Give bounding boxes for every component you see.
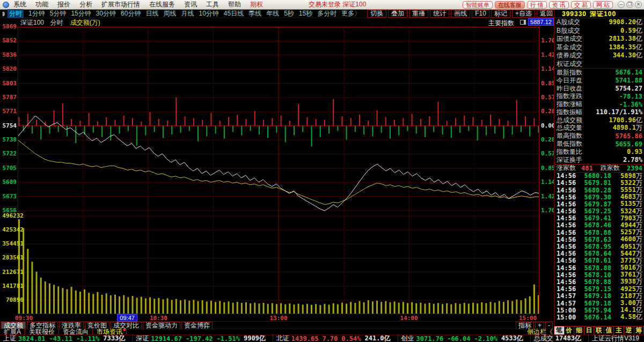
row-value: 2813.38亿	[609, 34, 642, 43]
row-value: 5765.86	[615, 132, 642, 140]
menu-item-在线服务[interactable]: 在线服务	[149, 0, 175, 9]
row-value: 5655.69	[615, 140, 642, 148]
price-axis-label: 5787	[0, 94, 17, 101]
period-tab-年线[interactable]: 年线	[266, 9, 279, 18]
layout-icon[interactable]	[3, 12, 4, 16]
tick-time: 14:56	[557, 236, 578, 243]
period-tab-45日线[interactable]: 45日线	[224, 9, 244, 18]
action-button-切换[interactable]: 切换	[367, 10, 386, 18]
period-tab-30分钟[interactable]: 30分钟	[96, 9, 116, 18]
volume-axis-label: 425342	[0, 227, 24, 233]
detail-tab-筹[interactable]: 筹	[634, 326, 644, 334]
menu-item-分析[interactable]: 分析	[79, 0, 92, 9]
tick-time: 14:56	[557, 243, 578, 250]
period-toolbar: 分时1分钟5分钟15分钟30分钟60分钟日线周线月线10分钟45日线季线年线5秒…	[0, 10, 554, 18]
restore-button[interactable]: ❐	[626, 1, 633, 8]
period-tab-10分钟[interactable]: 10分钟	[199, 9, 218, 18]
action-button-+自选[interactable]: +自选	[512, 10, 535, 18]
index-stat-row: 指数涨幅-1.36%	[554, 100, 644, 108]
menu-item-系统[interactable]: 系统	[13, 0, 26, 9]
detail-tab-日[interactable]: 日	[584, 326, 595, 334]
turnover-section: A股成交9908.20亿B股成交0.59亿国债成交2813.38亿基金成交138…	[554, 18, 644, 68]
indicator-tab-资金驱动力[interactable]: 资金驱动力	[143, 322, 180, 329]
segment-value: 4533亿	[501, 334, 523, 342]
period-tab-季线[interactable]: 季线	[248, 9, 261, 18]
titlebar-button-交易[interactable]: 交 易	[571, 1, 591, 9]
detail-tab-逆[interactable]: 逆	[624, 326, 634, 334]
row-value: 1384.35亿	[609, 43, 642, 52]
segment-name: 北证	[276, 334, 289, 342]
action-button-F10[interactable]: F10	[472, 10, 489, 18]
panel-toggle-icon[interactable]	[520, 20, 526, 25]
period-tab-周线[interactable]: 周线	[163, 9, 176, 18]
period-tab-60分钟[interactable]: 60分钟	[121, 9, 141, 18]
period-tab-15分钟[interactable]: 15分钟	[71, 9, 91, 18]
segment-value: 3071.76	[416, 335, 444, 342]
advance-decline-row: 涨家数481跌家数2394	[554, 165, 644, 172]
price-axis-label: 5836	[0, 52, 17, 58]
segment-name: 总成交	[534, 334, 553, 342]
tick-time: 15:00	[557, 307, 578, 314]
titlebar-button-行情[interactable]: 行 情	[527, 1, 547, 9]
tick-time: 14:56	[557, 179, 578, 187]
tick-price: 5678.63	[578, 236, 611, 243]
close-button[interactable]: ✕	[635, 1, 642, 8]
turnover-row: A股成交9908.20亿	[554, 18, 644, 27]
detail-tab-笔[interactable]: 笔	[554, 326, 565, 334]
tick-price: 5678.95	[578, 243, 611, 250]
segment-value: 9909亿	[244, 334, 266, 342]
period-tab-日线[interactable]: 日线	[145, 9, 158, 18]
menu-item-帮助[interactable]: 帮助	[228, 0, 241, 9]
trading-terminal: 系统功能报价分析扩展市场行情在线服务资讯工具帮助期权 交易未登录 深证100 智…	[0, 0, 644, 342]
detail-tab-主[interactable]: 主	[614, 326, 624, 334]
advancers-count: 481	[581, 165, 593, 172]
row-unit: 亿	[636, 116, 642, 124]
action-button-叠加[interactable]: 叠加	[388, 10, 407, 18]
period-tab-5分钟[interactable]: 5分钟	[50, 9, 67, 18]
detail-tab-联[interactable]: 联	[594, 326, 604, 334]
period-tab-分时[interactable]: 分时	[8, 9, 24, 18]
detail-tab-价[interactable]: 价	[565, 326, 575, 334]
action-button-标记[interactable]: 标记	[491, 10, 510, 18]
action-button-统计[interactable]: 统计	[430, 10, 449, 18]
menu-item-报价[interactable]: 报价	[57, 0, 70, 9]
indicator-tab-资金博弈[interactable]: 资金博弈	[181, 322, 213, 329]
price-axis-label: 5869	[0, 24, 17, 30]
detail-tab-细[interactable]: 细	[574, 326, 584, 334]
period-tab-多分时[interactable]: 多分时	[317, 9, 336, 18]
segment-value: -197.42	[186, 335, 213, 342]
tick-price: 5678.61	[578, 257, 611, 264]
tick-price: 5678.88	[578, 229, 611, 236]
action-button-画线[interactable]: 画线	[451, 10, 470, 18]
price-volume-plot[interactable]	[18, 27, 539, 314]
period-tab-月线[interactable]: 月线	[181, 9, 194, 18]
tick-time: 14:56	[557, 207, 578, 215]
titlebar-button-在线客服[interactable]: 在线客服	[495, 1, 525, 9]
tick-time: 14:56	[557, 229, 578, 236]
price-axis-label: 5738	[0, 137, 17, 143]
menu-item-工具[interactable]: 工具	[206, 0, 219, 9]
action-button-重播[interactable]: 重播	[409, 10, 428, 18]
row-unit: 亿	[636, 51, 642, 59]
row-label: 债券成交	[557, 51, 582, 60]
menu-item-资讯[interactable]: 资讯	[184, 0, 197, 9]
row-label: B股成交	[557, 26, 580, 35]
period-tab-5秒[interactable]: 5秒	[284, 9, 294, 18]
period-tab-1分钟[interactable]: 1分钟	[28, 9, 45, 18]
menu-item-期权[interactable]: 期权	[250, 0, 263, 9]
detail-tab-值[interactable]: 值	[604, 326, 614, 334]
minimize-button[interactable]: ─	[618, 1, 625, 8]
titlebar-button-智能账单[interactable]: 智能账单	[463, 1, 493, 9]
index-stat-row: 指数量比0.93	[554, 148, 644, 156]
period-tab-更多〉[interactable]: 更多〉	[341, 9, 361, 18]
advancers-label: 涨家数	[557, 163, 576, 173]
period-tab-15秒[interactable]: 15秒	[299, 9, 312, 18]
tick-time: 14:56	[557, 187, 578, 194]
menu-item-扩展市场行情[interactable]: 扩展市场行情	[101, 0, 140, 9]
action-button-返回[interactable]: 返回	[537, 10, 556, 18]
titlebar-button-网站[interactable]: 网 站	[593, 1, 613, 9]
tick-time: 15:00	[557, 314, 578, 321]
menu-item-功能[interactable]: 功能	[35, 0, 48, 9]
titlebar-button-资讯[interactable]: 资 讯	[549, 1, 569, 9]
chart-indicator-label[interactable]: 成交额(万)	[70, 19, 100, 26]
